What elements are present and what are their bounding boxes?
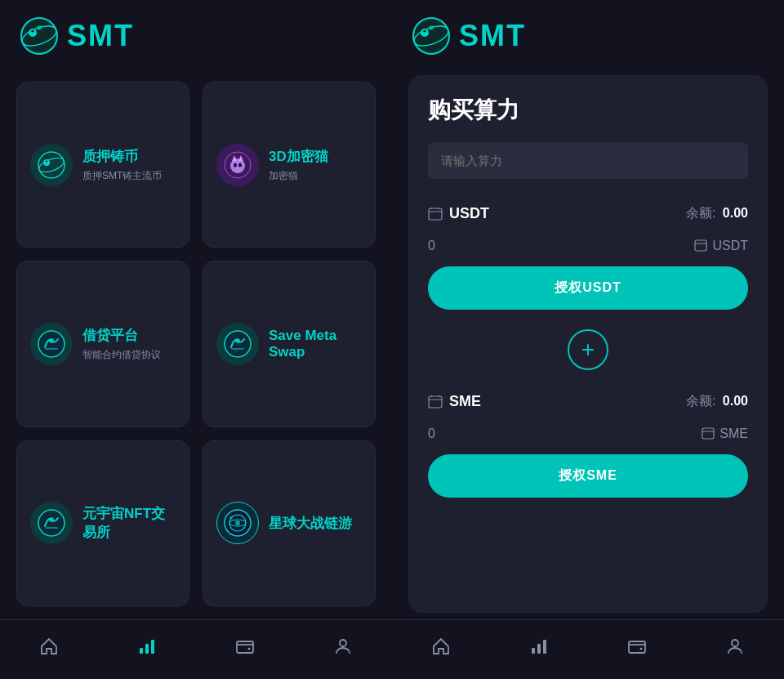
svg-point-56	[640, 648, 643, 650]
svg-point-20	[49, 338, 54, 343]
svg-point-22	[225, 331, 251, 357]
usdt-amount-row: 0 USDT	[428, 232, 748, 266]
battle-title: 星球大战链游	[269, 514, 352, 533]
usdt-icon	[428, 207, 444, 221]
svg-point-14	[238, 163, 242, 167]
right-nav-chart[interactable]	[513, 633, 565, 659]
pledge-text-group: 质押铸币 质押SMT铸主流币	[82, 147, 162, 183]
savemeta-text-group: Save Meta Swap	[269, 328, 362, 360]
left-header: SMT	[0, 0, 392, 69]
svg-rect-21	[45, 348, 58, 350]
right-app-title: SMT	[459, 19, 526, 53]
nft-text-group: 元宇宙NFT交易所	[82, 504, 176, 542]
wallet-icon	[235, 637, 255, 656]
svg-point-39	[340, 640, 346, 646]
cat-title: 3D加密猫	[269, 147, 328, 166]
left-logo-icon	[20, 16, 59, 56]
right-chart-icon	[529, 637, 549, 656]
grid-item-cat[interactable]: 3D加密猫 加密猫	[203, 82, 376, 248]
left-panel: SMT 质押铸币 质押SMT铸主流币	[0, 0, 392, 679]
right-nav-home[interactable]	[415, 633, 467, 659]
right-logo-icon	[412, 16, 451, 56]
right-wallet-icon	[627, 637, 647, 656]
usdt-label: USDT	[428, 205, 489, 222]
svg-rect-44	[429, 208, 442, 220]
grid-item-savemeta[interactable]: Save Meta Swap	[203, 261, 376, 427]
lending-text-group: 借贷平台 智能合约借贷协议	[82, 326, 161, 362]
svg-point-0	[21, 18, 57, 54]
cat-subtitle: 加密猫	[269, 169, 328, 183]
svg-point-31	[235, 520, 240, 525]
svg-point-32	[229, 516, 233, 520]
lending-icon	[30, 323, 73, 365]
right-nav-wallet[interactable]	[611, 633, 663, 659]
svg-rect-37	[237, 641, 253, 653]
svg-rect-48	[429, 396, 442, 408]
right-header: SMT	[392, 0, 784, 69]
svg-point-38	[248, 648, 251, 650]
svg-point-26	[49, 517, 54, 522]
auth-sme-button[interactable]: 授权SME	[428, 454, 748, 498]
cat-text-group: 3D加密猫 加密猫	[269, 147, 328, 183]
right-panel: SMT 购买算力 USDT 余额: 0.00	[392, 0, 784, 679]
svg-point-3	[37, 25, 42, 30]
usdt-amount-value: 0	[428, 239, 435, 253]
left-nav-chart[interactable]	[121, 633, 173, 659]
left-nav-wallet[interactable]	[219, 633, 271, 659]
plus-circle[interactable]: +	[568, 329, 608, 370]
sme-amount-value: 0	[428, 427, 435, 441]
savemeta-title: Save Meta Swap	[269, 328, 362, 360]
nft-title: 元宇宙NFT交易所	[82, 504, 176, 542]
usdt-amount-token: USDT	[694, 239, 748, 253]
sme-label: SME	[428, 393, 481, 410]
modal-card: 购买算力 USDT 余额: 0.00 0	[408, 75, 768, 613]
left-app-title: SMT	[67, 19, 134, 53]
lending-title: 借贷平台	[82, 326, 161, 345]
grid-item-nft[interactable]: 元宇宙NFT交易所	[16, 440, 189, 606]
hashrate-input[interactable]	[428, 142, 748, 179]
sme-icon	[428, 395, 444, 409]
usdt-token-row: USDT 余额: 0.00	[428, 195, 748, 232]
right-user-icon	[725, 637, 745, 656]
left-bottom-nav	[0, 619, 392, 679]
savemeta-icon	[216, 323, 259, 365]
svg-rect-46	[695, 240, 706, 251]
grid-item-pledge[interactable]: 质押铸币 质押SMT铸主流币	[16, 82, 189, 248]
left-nav-home[interactable]	[23, 633, 75, 659]
pledge-subtitle: 质押SMT铸主流币	[82, 169, 162, 183]
svg-rect-24	[231, 348, 244, 350]
svg-point-43	[429, 25, 434, 30]
pledge-icon	[30, 144, 73, 186]
svg-point-4	[38, 152, 65, 178]
svg-rect-27	[45, 527, 58, 529]
grid-item-lending[interactable]: 借贷平台 智能合约借贷协议	[16, 261, 189, 427]
pledge-title: 质押铸币	[82, 147, 162, 166]
svg-point-33	[243, 527, 246, 529]
usdt-balance-display: 余额: 0.00	[686, 205, 748, 222]
svg-rect-36	[151, 640, 154, 654]
svg-rect-52	[532, 648, 535, 654]
nft-icon	[30, 502, 73, 544]
svg-rect-53	[537, 644, 541, 654]
cat-icon	[216, 144, 259, 186]
svg-point-40	[413, 18, 449, 54]
right-nav-user[interactable]	[709, 633, 761, 659]
svg-point-6	[43, 159, 50, 166]
battle-icon	[216, 502, 259, 544]
sme-amount-row: 0 SME	[428, 420, 748, 454]
svg-point-25	[38, 510, 65, 536]
svg-point-57	[732, 640, 738, 646]
user-icon	[333, 637, 353, 656]
svg-rect-54	[543, 640, 546, 654]
grid-container: 质押铸币 质押SMT铸主流币	[0, 69, 392, 619]
battle-text-group: 星球大战链游	[269, 514, 352, 533]
sme-balance-display: 余额: 0.00	[686, 393, 748, 410]
lending-subtitle: 智能合约借贷协议	[82, 348, 161, 362]
svg-rect-35	[145, 644, 149, 654]
auth-usdt-button[interactable]: 授权USDT	[428, 266, 748, 310]
modal-title: 购买算力	[428, 95, 748, 126]
svg-rect-55	[629, 641, 645, 653]
grid-item-battle[interactable]: 星球大战链游	[203, 440, 376, 606]
left-nav-user[interactable]	[317, 633, 369, 659]
svg-point-23	[235, 338, 240, 343]
